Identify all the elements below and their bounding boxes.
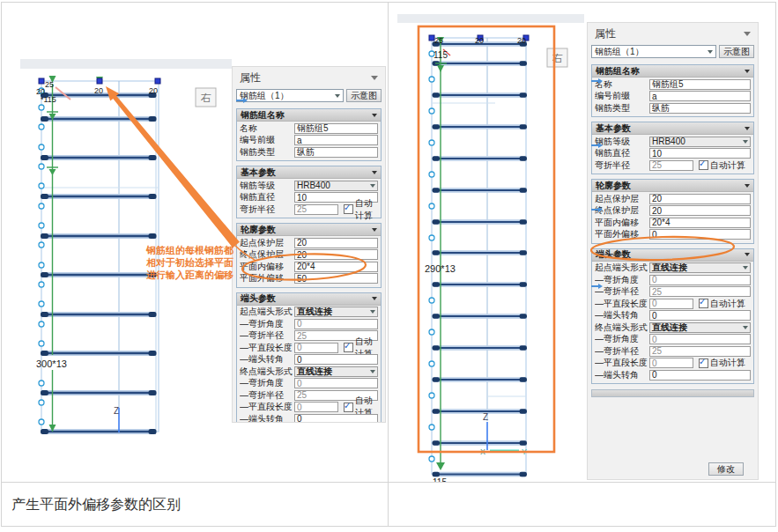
section-header[interactable]: 端头参数 [237, 293, 381, 306]
field-label: —平直段长度 [595, 298, 649, 310]
in-plane-offset-input[interactable]: 20*4 [294, 262, 378, 272]
modify-button[interactable]: 修改 [708, 462, 744, 476]
dim-label: 20 [149, 86, 158, 95]
left-canvas-toolbar-strip [20, 59, 232, 69]
field-label: 钢筋类型 [240, 146, 294, 159]
auto-calc-checkbox[interactable] [699, 160, 708, 170]
field-label: 平面内偏移 [595, 217, 649, 229]
start-end-form-select[interactable]: 直线连接 [649, 262, 751, 273]
end-rotate-input[interactable]: 0 [294, 414, 378, 424]
section-header[interactable]: 轮廓参数 [237, 224, 381, 236]
end-rotate-input[interactable]: 0 [649, 310, 751, 321]
pin-icon [372, 114, 377, 117]
object-type-value: 钢筋组（1） [595, 46, 644, 58]
end-rotate-input[interactable]: 0 [294, 354, 378, 365]
auto-calc-checkbox[interactable] [344, 204, 353, 214]
selection-box [41, 81, 159, 432]
rebar-bars[interactable] [41, 92, 157, 434]
dim-label: 20 [94, 86, 103, 95]
end-end-form-select[interactable]: 直线连接 [294, 366, 378, 377]
section-profile-params: 轮廓参数 起点保护层20 终点保护层20 平面内偏移20*4 平面外偏移50 [236, 223, 382, 288]
auto-calc-checkbox[interactable] [344, 343, 353, 352]
grade-select[interactable]: HRB400 [294, 181, 378, 191]
collapsed-section-bar[interactable] [591, 389, 754, 397]
start-end-form-select[interactable]: 直线连接 [294, 307, 378, 317]
object-type-select[interactable]: 钢筋组（1） [236, 89, 344, 102]
spacing-label: 300*13 [36, 358, 67, 369]
section-header[interactable]: 端头参数 [592, 249, 753, 262]
table-border-bottom [1, 526, 776, 527]
field-label: 编号前缀 [595, 90, 649, 102]
end-cover-input[interactable]: 20 [294, 249, 378, 260]
field-label: —平直段长度 [240, 401, 294, 413]
bend-angle-input[interactable]: 0 [649, 334, 751, 344]
section-header[interactable]: 轮廓参数 [592, 180, 753, 192]
field-label: 名称 [240, 122, 294, 135]
grade-select[interactable]: HRB400 [649, 137, 751, 147]
object-type-select[interactable]: 钢筋组（1） [591, 45, 716, 58]
name-input[interactable]: 钢筋组5 [649, 79, 751, 90]
collapse-icon[interactable] [371, 76, 378, 80]
bend-angle-input[interactable]: 0 [649, 275, 751, 285]
auto-calc-checkbox[interactable] [344, 403, 353, 412]
pin-icon [745, 253, 750, 256]
end-cover-input[interactable]: 20 [649, 205, 751, 216]
section-group-name: 钢筋组名称 名称钢筋组5 编号前缀a 钢筋类型纵筋 [236, 108, 382, 161]
prefix-input[interactable]: a [294, 135, 378, 145]
z-axis-label: Z [114, 406, 119, 416]
auto-calc-label: 自动计算 [355, 197, 378, 222]
bend-radius-input[interactable]: 25 [649, 286, 751, 297]
field-label: 编号前缀 [240, 134, 294, 146]
bend-radius-input[interactable]: 25 [294, 204, 338, 215]
annotation-line: 相对于初始选择平面 [146, 256, 236, 269]
panel-header: 属性 [233, 67, 385, 87]
grade-value: HRB400 [297, 181, 330, 190]
z-axis-label: Z [483, 412, 488, 422]
section-header[interactable]: 钢筋组名称 [592, 65, 753, 78]
collapse-icon[interactable] [744, 32, 751, 36]
dim-label: *115 [41, 95, 56, 104]
auto-calc-checkbox[interactable] [699, 358, 708, 368]
dim-label: 20 [475, 36, 484, 45]
start-cover-input[interactable]: 20 [649, 194, 751, 204]
field-label: 钢筋类型 [595, 102, 649, 115]
section-header[interactable]: 基本参数 [237, 166, 381, 179]
in-plane-offset-input[interactable]: 20*4 [649, 218, 751, 228]
schematic-button[interactable]: 示意图 [346, 89, 382, 102]
auto-calc-checkbox[interactable] [699, 299, 708, 308]
end-end-form-select[interactable]: 直线连接 [649, 322, 751, 333]
field-label: 钢筋等级 [595, 136, 649, 148]
rebar-type-input[interactable]: 纵筋 [649, 103, 751, 114]
start-cover-input[interactable]: 20 [294, 238, 378, 248]
straight-length-input[interactable]: 0 [649, 358, 693, 368]
cursor-arrow-icon [591, 144, 599, 146]
diameter-input[interactable]: 10 [649, 148, 751, 159]
section-title: 钢筋组名称 [241, 109, 285, 122]
bend-radius-input[interactable]: 25 [649, 346, 751, 357]
section-header[interactable]: 基本参数 [592, 122, 753, 135]
end-form-value: 直线连接 [297, 366, 332, 377]
section-title: 钢筋组名称 [596, 65, 640, 78]
rebar-bars[interactable] [433, 41, 528, 477]
section-header[interactable]: 钢筋组名称 [237, 109, 381, 122]
bend-radius-input[interactable]: 25 [649, 160, 693, 171]
straight-length-input[interactable]: 0 [294, 402, 338, 412]
auto-calc-label: 自动计算 [710, 357, 745, 369]
bend-angle-input[interactable]: 0 [294, 378, 378, 388]
panel-title: 属性 [240, 70, 261, 85]
end-rotate-input[interactable]: 0 [649, 370, 751, 381]
section-end-params: 端头参数 起点端头形式直线连接 —弯折角度0 —弯折半径25 —平直段长度0自动… [236, 292, 382, 424]
chevron-down-icon [743, 140, 748, 144]
prefix-input[interactable]: a [649, 91, 751, 101]
straight-length-input[interactable]: 0 [649, 299, 693, 309]
end-form-value: 直线连接 [652, 262, 687, 273]
straight-length-input[interactable]: 0 [294, 343, 338, 353]
out-plane-offset-input[interactable]: 0 [649, 229, 751, 240]
name-input[interactable]: 钢筋组5 [294, 123, 378, 134]
rebar-type-input[interactable]: 纵筋 [294, 147, 378, 158]
out-plane-offset-input[interactable]: 50 [294, 273, 378, 284]
field-label: —弯折角度 [595, 274, 649, 286]
bend-angle-input[interactable]: 0 [294, 319, 378, 329]
schematic-button[interactable]: 示意图 [719, 45, 754, 58]
table-divider-horizontal [1, 482, 776, 483]
